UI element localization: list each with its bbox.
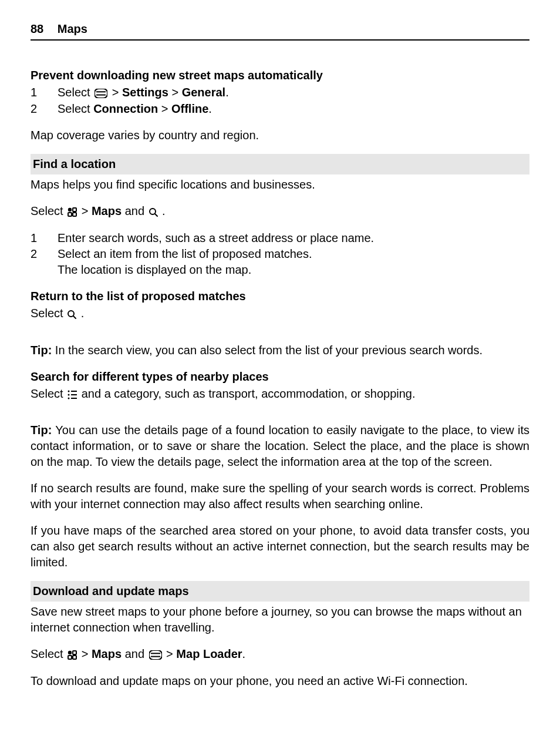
heading-return-matches: Return to the list of proposed matches <box>31 288 529 304</box>
heading-search-nearby: Search for different types of nearby pla… <box>31 369 529 385</box>
para-download-intro: Save new street maps to your phone befor… <box>31 604 529 636</box>
para-no-results: If no search results are found, make sur… <box>31 481 529 512</box>
para-wifi-required: To download and update maps on your phon… <box>31 673 529 689</box>
search-icon <box>149 203 158 219</box>
step-num: 2 <box>31 101 58 117</box>
step-text: Select an item from the list of proposed… <box>58 246 529 262</box>
para-search-nearby: Select and a category, such as transport… <box>31 386 529 402</box>
step-text: Select > Settings > General. <box>58 85 529 101</box>
para-return-select: Select . <box>31 305 529 322</box>
step-text: Enter search words, such as a street add… <box>58 230 529 246</box>
para-select-maps: Select > Maps and . <box>31 203 529 220</box>
step-sub: The location is displayed on the map. <box>58 262 529 278</box>
steps-prevent-download: 1 Select > Settings > General. 2 Select … <box>31 85 529 117</box>
section-download-update: Download and update maps <box>31 581 529 602</box>
list-icon <box>68 386 77 402</box>
apps-icon <box>68 646 77 662</box>
tip-previous-search: Tip: In the search view, you can also se… <box>31 342 529 358</box>
step-num: 1 <box>31 85 58 100</box>
steps-find: 1 Enter search words, such as a street a… <box>31 230 529 278</box>
section-find-location: Find a location <box>31 154 529 174</box>
page-number: 88 <box>31 22 43 35</box>
tip-details-page: Tip: You can use the details page of a f… <box>31 422 529 470</box>
apps-icon <box>68 203 77 219</box>
menu-icon <box>149 646 162 662</box>
search-icon <box>68 306 76 322</box>
para-coverage: Map coverage varies by country and regio… <box>31 127 529 143</box>
step-text: Select Connection > Offline. <box>58 101 529 117</box>
page-header: 88 Maps <box>31 21 529 41</box>
para-offline-maps: If you have maps of the searched area st… <box>31 523 529 570</box>
para-find-intro: Maps helps you find specific locations a… <box>31 177 529 193</box>
page-title: Maps <box>58 22 87 35</box>
menu-icon <box>95 85 107 100</box>
para-select-maploader: Select > Maps and > Map Loader. <box>31 646 529 663</box>
step-num: 2 <box>31 246 58 262</box>
heading-prevent-download: Prevent downloading new street maps auto… <box>31 68 529 83</box>
step-num: 1 <box>31 230 58 246</box>
